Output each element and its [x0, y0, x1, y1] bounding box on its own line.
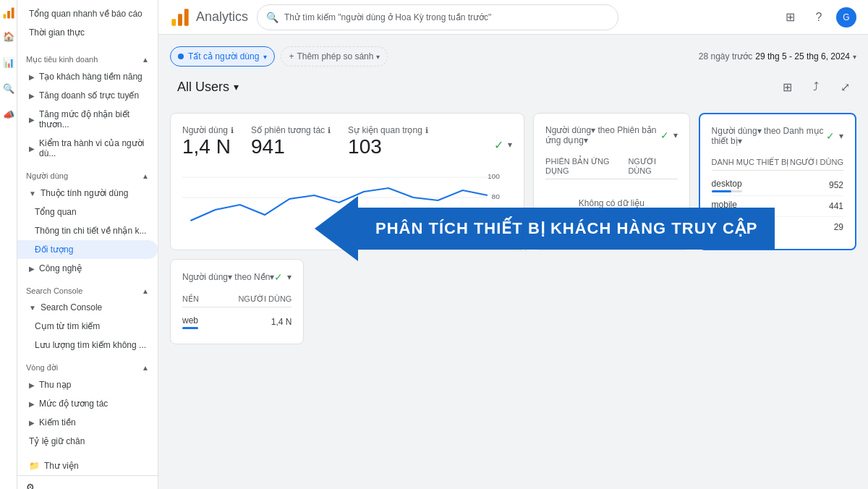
arrow-icon: ▶: [29, 400, 35, 408]
main-content: Analytics 🔍 Thử tìm kiếm "người dùng ở H…: [158, 0, 868, 489]
table-card-app-version-header: Người dùng▾ theo Phiên bản ứng dụng▾ ✓ ▾: [545, 125, 677, 145]
sidebar-item-technology[interactable]: ▶ Công nghệ: [17, 259, 158, 278]
platform-expand-icon[interactable]: ▾: [287, 272, 292, 282]
svg-rect-0: [3, 14, 6, 19]
customize-icon[interactable]: ⊞: [775, 75, 799, 98]
sidebar-item-retention[interactable]: Tỷ lệ giữ chân: [17, 432, 158, 451]
table-card-platform-actions: ✓ ▾: [274, 271, 292, 283]
sidebar-section-business[interactable]: Mục tiêu kinh doanh ▲: [17, 46, 158, 67]
sidebar-item-search-console[interactable]: ▼ Search Console: [17, 298, 158, 317]
arrow-shape: [315, 196, 358, 261]
table-card-platform-header: Người dùng▾ theo Nền▾ ✓ ▾: [182, 271, 292, 283]
add-filter-button[interactable]: + Thêm phép so sánh ▾: [281, 46, 388, 67]
tablet-value: 29: [834, 222, 843, 232]
sidebar-item-behavior[interactable]: ▶ Kiểm tra hành vi của người dù...: [17, 134, 158, 163]
sidebar-item-user-attributes[interactable]: ▼ Thuộc tính người dùng: [17, 184, 158, 203]
arrow-icon: ▼: [29, 190, 36, 197]
all-users-chip[interactable]: All Users ▾: [170, 77, 246, 97]
filter-chip-all-users[interactable]: Tất cả người dùng ▾: [170, 46, 275, 67]
svg-rect-3: [171, 19, 176, 25]
sidebar-item-sales[interactable]: ▶ Tăng doanh số trực tuyến: [17, 86, 158, 105]
help-icon[interactable]: ?: [807, 6, 830, 29]
col-header-platform: NỀN: [182, 294, 199, 304]
fullscreen-icon[interactable]: ⤢: [833, 75, 856, 98]
metric-users-label: Người dùng ℹ: [182, 125, 234, 135]
sidebar-item-library[interactable]: 📁 Thư viện: [17, 456, 158, 475]
reports-icon[interactable]: 📊: [1, 55, 16, 69]
filter-dot: [178, 54, 184, 59]
sidebar: Tổng quan nhanh về báo cáo Thời gian thự…: [17, 0, 158, 489]
user-avatar[interactable]: G: [836, 7, 856, 27]
sidebar-item-acquisition[interactable]: ▶ Thu nạp: [17, 375, 158, 394]
check-icon: ✓: [494, 138, 503, 152]
sidebar-item-overview[interactable]: Tổng quan nhanh về báo cáo: [17, 4, 158, 23]
svg-rect-4: [178, 14, 182, 25]
sidebar-item-engagement[interactable]: ▶ Mức độ tương tác: [17, 394, 158, 413]
progress-bar-web: [182, 327, 198, 329]
analytics-logo-icon[interactable]: [1, 6, 16, 20]
sidebar-section-lifecycle[interactable]: Vòng đời ▲: [17, 354, 158, 375]
folder-icon: 📁: [29, 461, 40, 471]
sidebar-item-audience[interactable]: Đối tượng: [17, 240, 158, 259]
search-placeholder: Thử tìm kiếm "người dùng ở Hoa Kỳ trong …: [284, 12, 491, 22]
sidebar-item-insights[interactable]: Thông tin chi tiết về nhận k...: [17, 221, 158, 240]
metric-events: Sự kiện quan trọng ℹ 103: [348, 125, 428, 164]
arrow-icon: ▶: [29, 381, 35, 389]
info-icon-sessions[interactable]: ℹ: [328, 126, 331, 135]
top-bar: Analytics 🔍 Thử tìm kiếm "người dùng ở H…: [158, 0, 868, 35]
info-icon-events[interactable]: ℹ: [425, 126, 428, 135]
search-icon: 🔍: [266, 12, 278, 23]
info-icon-users[interactable]: ℹ: [231, 126, 234, 135]
sidebar-item-leads[interactable]: ▶ Tạo khách hàng tiềm năng: [17, 67, 158, 86]
arrow-icon: ▶: [29, 116, 35, 124]
sidebar-section-search-console[interactable]: Search Console ▲: [17, 278, 158, 298]
settings-button[interactable]: ⚙: [17, 475, 158, 489]
app-logo: Analytics: [170, 7, 248, 27]
platform-table-header: NỀN NGƯỜI DÙNG: [182, 292, 292, 307]
arrow-icon: ▶: [29, 419, 35, 427]
date-range: 28 ngày trước 29 thg 5 - 25 thg 6, 2024 …: [699, 51, 856, 61]
sidebar-item-overview-sub[interactable]: Tổng quan: [17, 203, 158, 221]
sidebar-section-users[interactable]: Người dùng ▲: [17, 163, 158, 184]
sidebar-item-monetize[interactable]: ▶ Kiếm tiền: [17, 413, 158, 432]
analytics-logo-svg: [170, 7, 190, 27]
sidebar-item-awareness[interactable]: ▶ Tăng mức độ nhận biết thươn...: [17, 105, 158, 134]
device-check-icon: ✓: [826, 130, 835, 142]
svg-text:100: 100: [488, 173, 500, 180]
metric-sessions: Số phiên tương tác ℹ 941: [251, 125, 331, 164]
device-expand-icon[interactable]: ▾: [839, 131, 843, 141]
svg-rect-5: [184, 9, 189, 25]
sidebar-item-organic-traffic[interactable]: Lưu lượng tìm kiếm không ...: [17, 336, 158, 354]
sidebar-item-search-terms[interactable]: Cụm từ tìm kiếm: [17, 317, 158, 336]
arrow-icon: ▼: [29, 304, 36, 312]
date-chevron-icon[interactable]: ▾: [853, 53, 856, 61]
table-card-app-version-actions: ✓ ▾: [660, 129, 678, 141]
explore-icon[interactable]: 🔍: [1, 81, 16, 95]
metric-sessions-label: Số phiên tương tác ℹ: [251, 125, 331, 135]
overlay-banner: PHÂN TÍCH THIẾT BỊ KHÁCH HÀNG TRUY CẬP: [315, 196, 775, 261]
home-icon[interactable]: 🏠: [1, 29, 16, 43]
metric-events-label: Sự kiện quan trọng ℹ: [348, 125, 428, 135]
table-card-app-version-title: Người dùng▾ theo Phiên bản ứng dụng▾: [545, 125, 660, 145]
arrow-icon: ▶: [29, 92, 35, 100]
expand-metric-icon[interactable]: ▾: [508, 140, 512, 150]
table-card-device-title: Người dùng▾ theo Danh mục thiết bị▾: [712, 126, 826, 146]
metric-sessions-value: 941: [251, 135, 331, 158]
search-bar[interactable]: 🔍 Thử tìm kiếm "người dùng ở Hoa Kỳ tron…: [257, 4, 618, 30]
platform-web: web: [182, 315, 198, 326]
col-header-app-version: PHIÊN BẢN ỨNG DỤNG: [545, 157, 628, 176]
plus-icon: +: [289, 51, 294, 61]
app-version-table-header: PHIÊN BẢN ỨNG DỤNG NGƯỜI DÙNG: [545, 154, 677, 179]
web-value: 1,4 N: [271, 317, 292, 327]
advertising-icon[interactable]: 📣: [1, 107, 16, 122]
settings-icon: ⚙: [26, 482, 35, 489]
share-icon[interactable]: ⤴: [804, 75, 827, 98]
filter-chevron-icon: ▾: [263, 53, 267, 61]
date-ago: 28 ngày trước: [699, 51, 752, 61]
sidebar-item-realtime[interactable]: Thời gian thực: [17, 23, 158, 42]
top-icons: ⊞ ? G: [778, 6, 856, 29]
apps-icon[interactable]: ⊞: [778, 6, 801, 29]
desktop-value: 952: [829, 180, 843, 190]
expand-icon[interactable]: ▾: [673, 130, 678, 140]
table-card-platform: Người dùng▾ theo Nền▾ ✓ ▾ NỀN NGƯỜI DÙNG: [170, 259, 304, 344]
